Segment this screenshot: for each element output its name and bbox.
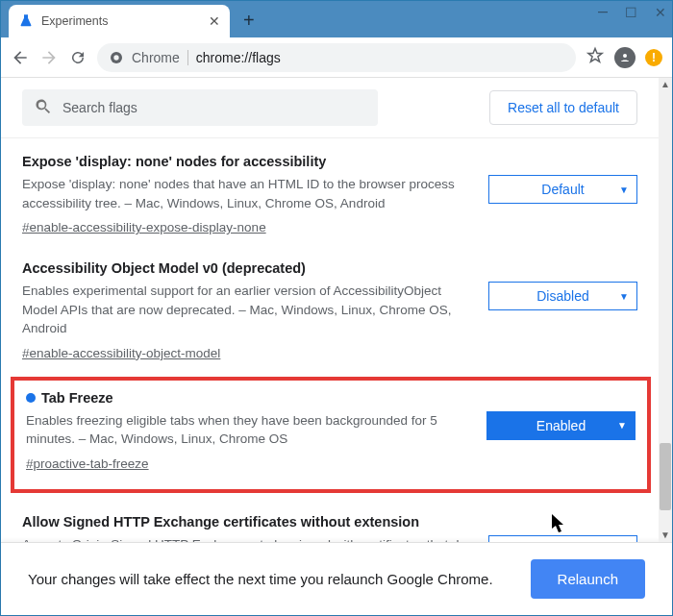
chevron-down-icon: ▼ (619, 291, 629, 302)
flag-hash-link[interactable]: #enable-accessibility-object-model (22, 346, 220, 360)
browser-window: Experiments ✕ + – ☐ ✕ Chrome chrome://fl… (0, 0, 673, 616)
omnibox-url: chrome://flags (196, 50, 281, 65)
flag-item: Allow Signed HTTP Exchange certificates … (1, 499, 659, 542)
flag-hash-link[interactable]: #proactive-tab-freeze (26, 456, 149, 471)
flag-description: Enables freezing eligible tabs when they… (26, 411, 467, 449)
maximize-icon[interactable]: ☐ (625, 5, 637, 25)
close-tab-icon[interactable]: ✕ (209, 13, 220, 29)
close-window-icon[interactable]: ✕ (655, 5, 666, 25)
profile-avatar[interactable] (614, 47, 636, 68)
omnibox-source: Chrome (132, 50, 180, 65)
chevron-down-icon: ▼ (617, 420, 627, 431)
svg-point-2 (623, 54, 627, 58)
page-content: Search flags Reset all to default Expose… (1, 78, 672, 542)
scroll-up-arrow[interactable]: ▲ (659, 78, 672, 91)
flag-description: Enables experimental support for an earl… (22, 282, 469, 338)
chrome-icon (109, 50, 124, 65)
back-button[interactable] (11, 48, 30, 67)
warning-badge[interactable]: ! (645, 49, 662, 66)
flag-title: Tab Freeze (26, 390, 467, 406)
toolbar: Chrome chrome://flags ! (1, 37, 672, 78)
highlighted-flag: Tab Freeze Enables freezing eligible tab… (11, 377, 651, 493)
footer-message: Your changes will take effect the next t… (28, 569, 511, 589)
svg-point-1 (113, 55, 118, 60)
flag-title: Expose 'display: none' nodes for accessi… (22, 154, 469, 169)
search-input[interactable]: Search flags (22, 89, 378, 126)
tab-title: Experiments (41, 14, 201, 28)
flag-select-value: Default (541, 182, 584, 197)
forward-button (39, 48, 59, 67)
reset-all-button[interactable]: Reset all to default (489, 90, 637, 125)
scroll-thumb[interactable] (660, 443, 671, 510)
relaunch-button[interactable]: Relaunch (531, 559, 645, 599)
window-controls: – ☐ ✕ (598, 5, 666, 25)
browser-tab[interactable]: Experiments ✕ (9, 5, 230, 37)
chevron-down-icon: ▼ (619, 185, 629, 195)
minimize-icon[interactable]: – (598, 1, 608, 21)
separator (187, 50, 188, 65)
titlebar: Experiments ✕ + – ☐ ✕ (1, 1, 672, 37)
omnibox[interactable]: Chrome chrome://flags (97, 43, 576, 72)
flag-select[interactable]: Disabled ▼ (488, 282, 637, 310)
flag-title: Allow Signed HTTP Exchange certificates … (22, 514, 469, 530)
relaunch-footer: Your changes will take effect the next t… (1, 542, 672, 615)
flag-select-value: Enabled (536, 418, 586, 433)
flag-select[interactable]: Enabled ▼ (486, 411, 636, 440)
flag-title: Accessibility Object Model v0 (deprecate… (22, 260, 469, 276)
search-row: Search flags Reset all to default (1, 78, 659, 138)
scrollbar[interactable]: ▲ ▼ (659, 78, 672, 542)
flag-description: Expose 'display: none' nodes that have a… (22, 175, 469, 212)
bookmark-star-icon[interactable] (586, 46, 605, 69)
flag-select[interactable]: Default ▼ (488, 175, 637, 204)
scroll-down-arrow[interactable]: ▼ (659, 529, 672, 542)
flag-select-value: Disabled (536, 288, 588, 304)
flag-item: Accessibility Object Model v0 (deprecate… (1, 245, 659, 371)
flag-item: Expose 'display: none' nodes for accessi… (1, 138, 659, 245)
search-icon (34, 97, 53, 119)
flag-hash-link[interactable]: #enable-accessibility-expose-display-non… (22, 220, 266, 234)
flag-select[interactable]: Default ▼ (488, 535, 637, 542)
reload-button[interactable] (68, 48, 87, 67)
experiment-dot-icon (26, 393, 36, 403)
flag-description: Accepts Origin-Signed HTTP Exchanges to … (22, 535, 469, 542)
search-placeholder: Search flags (62, 100, 137, 115)
new-tab-button[interactable]: + (243, 10, 255, 32)
flask-icon (18, 13, 34, 29)
